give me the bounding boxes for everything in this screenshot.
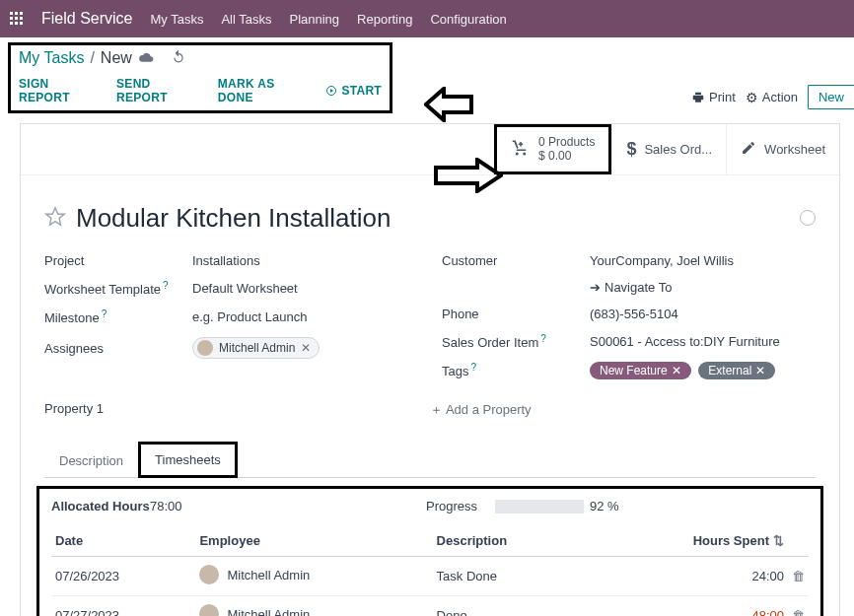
trash-icon[interactable]: 🗑: [792, 569, 805, 583]
svg-rect-6: [10, 22, 13, 25]
nav-my-tasks[interactable]: My Tasks: [150, 12, 203, 27]
label-allocated-hours: Allocated Hours: [51, 499, 150, 513]
stat-products[interactable]: 0 Products $ 0.00: [494, 124, 611, 174]
gear-icon: ⚙: [746, 90, 758, 105]
annotation-arrow-right: [434, 158, 503, 196]
label-tags: Tags?: [442, 362, 590, 378]
svg-rect-5: [20, 17, 23, 20]
cell-date[interactable]: 07/27/2023: [51, 596, 195, 616]
avatar-icon: [197, 340, 213, 356]
label-template: Worksheet Template?: [44, 280, 192, 297]
print-button[interactable]: Print: [691, 90, 736, 104]
progress-pct: 92 %: [590, 499, 619, 513]
start-label: START: [341, 84, 382, 98]
avatar-icon: [199, 565, 219, 584]
stat-products-count: 0 Products: [538, 135, 595, 149]
action-label: Action: [762, 90, 798, 104]
svg-rect-0: [10, 12, 13, 15]
tag-external[interactable]: External ✕: [698, 362, 775, 379]
nav-all-tasks[interactable]: All Tasks: [221, 12, 271, 27]
progress-bar: [495, 500, 584, 513]
label-customer: Customer: [442, 253, 590, 268]
cell-hrs[interactable]: 24:00: [590, 557, 788, 596]
th-hours[interactable]: Hours Spent⇅: [590, 525, 788, 557]
send-report-button[interactable]: SEND REPORT: [116, 77, 200, 104]
svg-rect-7: [15, 22, 18, 25]
cell-desc[interactable]: Task Done: [433, 557, 590, 596]
th-employee[interactable]: Employee: [195, 525, 432, 557]
avatar-icon: [199, 604, 219, 616]
stat-sales-order[interactable]: $ Sales Ord...: [611, 124, 726, 174]
svg-rect-8: [20, 22, 23, 25]
discard-icon[interactable]: [172, 49, 185, 67]
save-cloud-icon[interactable]: [138, 49, 154, 67]
breadcrumb-root[interactable]: My Tasks: [19, 49, 84, 67]
stat-worksheet[interactable]: Worksheet: [726, 124, 839, 174]
cell-emp[interactable]: Mitchell Admin: [227, 568, 310, 582]
label-so-item: Sales Order Item?: [442, 333, 590, 350]
add-property-button[interactable]: ＋ Add a Property: [430, 401, 816, 419]
th-description[interactable]: Description: [433, 525, 590, 557]
value-so-item[interactable]: S00061 - Access to:DIY Furniture: [590, 334, 816, 349]
action-button[interactable]: ⚙ Action: [746, 90, 798, 105]
value-project[interactable]: Installations: [192, 253, 418, 268]
cell-hrs[interactable]: 48:00: [590, 596, 788, 616]
value-phone[interactable]: (683)-556-5104: [590, 307, 816, 321]
value-allocated-hours[interactable]: 78:00: [150, 499, 426, 513]
cart-icon: [511, 139, 531, 160]
svg-rect-4: [15, 17, 18, 20]
dollar-icon: $: [626, 139, 636, 160]
cell-desc[interactable]: Done: [433, 596, 590, 616]
value-assignees[interactable]: Mitchell Admin ✕: [192, 337, 418, 359]
stat-worksheet-label: Worksheet: [764, 142, 825, 157]
print-label: Print: [709, 90, 736, 104]
stage-indicator[interactable]: [800, 210, 816, 226]
remove-tag-icon[interactable]: ✕: [672, 364, 681, 377]
nav-reporting[interactable]: Reporting: [357, 12, 412, 27]
property-1[interactable]: Property 1: [44, 401, 430, 419]
svg-rect-3: [10, 17, 13, 20]
value-customer[interactable]: YourCompany, Joel Willis: [590, 253, 816, 268]
table-row[interactable]: 07/27/2023 Mitchell Admin Done 48:00 🗑: [51, 596, 809, 616]
tab-timesheets[interactable]: Timesheets: [138, 442, 238, 478]
label-progress: Progress: [426, 499, 495, 513]
label-milestone: Milestone?: [44, 308, 192, 325]
breadcrumb-current: New: [101, 49, 132, 67]
breadcrumb: My Tasks / New: [19, 49, 382, 67]
apps-icon[interactable]: [10, 12, 24, 26]
nav-configuration[interactable]: Configuration: [430, 12, 506, 27]
plus-icon: ＋: [430, 402, 443, 417]
tag-new-feature[interactable]: New Feature ✕: [590, 362, 691, 379]
mark-done-button[interactable]: MARK AS DONE: [218, 77, 309, 104]
cell-date[interactable]: 07/26/2023: [51, 557, 195, 596]
start-button[interactable]: START: [325, 77, 382, 104]
remove-tag-icon[interactable]: ✕: [755, 364, 765, 377]
nav-planning[interactable]: Planning: [289, 12, 339, 27]
value-template[interactable]: Default Worksheet: [192, 281, 418, 296]
label-assignees: Assignees: [44, 341, 192, 356]
trash-icon[interactable]: 🗑: [792, 608, 805, 616]
cell-emp[interactable]: Mitchell Admin: [227, 607, 310, 616]
navigate-label: Navigate To: [605, 280, 672, 295]
star-icon[interactable]: [44, 206, 66, 231]
label-project: Project: [44, 253, 192, 268]
stat-products-amount: $ 0.00: [538, 149, 595, 163]
remove-assignee-icon[interactable]: ✕: [301, 341, 311, 355]
pencil-icon: [741, 140, 756, 159]
svg-rect-2: [20, 12, 23, 15]
sort-icon[interactable]: ⇅: [773, 533, 784, 548]
value-milestone[interactable]: e.g. Product Launch: [192, 309, 418, 324]
new-button[interactable]: New: [808, 85, 854, 109]
assignee-name: Mitchell Admin: [219, 341, 295, 355]
navigate-to-link[interactable]: ➔ Navigate To: [590, 280, 816, 295]
annotation-arrow-left: [424, 87, 473, 125]
task-title[interactable]: Modular Kitchen Installation: [76, 203, 391, 234]
th-date[interactable]: Date: [51, 525, 195, 557]
assignee-chip[interactable]: Mitchell Admin ✕: [192, 337, 320, 359]
tab-description[interactable]: Description: [44, 445, 138, 477]
svg-rect-1: [15, 12, 18, 15]
value-tags[interactable]: New Feature ✕ External ✕: [590, 362, 816, 379]
sign-report-button[interactable]: SIGN REPORT: [19, 77, 99, 104]
table-row[interactable]: 07/26/2023 Mitchell Admin Task Done 24:0…: [51, 557, 809, 596]
arrow-right-icon: ➔: [590, 280, 601, 295]
